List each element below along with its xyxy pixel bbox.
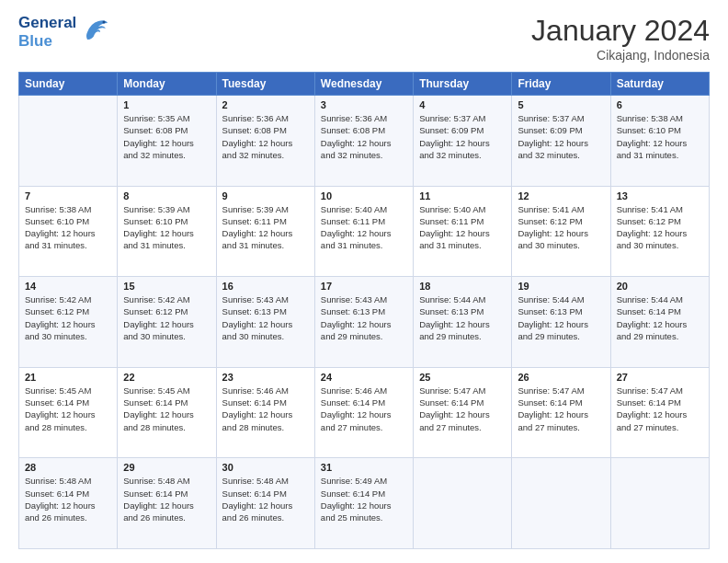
day-number: 28 (25, 462, 111, 473)
week-row-4: 21Sunrise: 5:45 AM Sunset: 6:14 PM Dayli… (19, 367, 710, 458)
calendar-cell: 31Sunrise: 5:49 AM Sunset: 6:14 PM Dayli… (314, 458, 413, 549)
day-number: 12 (518, 190, 604, 201)
day-number: 24 (321, 372, 407, 383)
day-info: Sunrise: 5:36 AM Sunset: 6:08 PM Dayligh… (222, 112, 309, 161)
day-number: 30 (222, 462, 309, 473)
month-title: January 2024 (531, 14, 710, 48)
day-number: 16 (222, 281, 309, 292)
calendar-cell: 11Sunrise: 5:40 AM Sunset: 6:11 PM Dayli… (414, 186, 512, 277)
day-number: 29 (123, 462, 210, 473)
day-number: 25 (419, 372, 506, 383)
day-info: Sunrise: 5:47 AM Sunset: 6:14 PM Dayligh… (617, 385, 703, 433)
day-info: Sunrise: 5:43 AM Sunset: 6:13 PM Dayligh… (222, 293, 309, 342)
day-info: Sunrise: 5:41 AM Sunset: 6:12 PM Dayligh… (518, 203, 604, 252)
calendar-cell (512, 458, 610, 549)
day-info: Sunrise: 5:41 AM Sunset: 6:12 PM Dayligh… (617, 203, 703, 252)
day-info: Sunrise: 5:37 AM Sunset: 6:09 PM Dayligh… (419, 112, 506, 161)
calendar-cell: 25Sunrise: 5:47 AM Sunset: 6:14 PM Dayli… (414, 367, 512, 458)
calendar-cell: 16Sunrise: 5:43 AM Sunset: 6:13 PM Dayli… (216, 277, 314, 368)
column-header-saturday: Saturday (610, 73, 709, 96)
calendar-cell: 9Sunrise: 5:39 AM Sunset: 6:11 PM Daylig… (216, 186, 314, 277)
day-info: Sunrise: 5:46 AM Sunset: 6:14 PM Dayligh… (222, 385, 309, 433)
day-number: 13 (617, 190, 703, 201)
svg-point-0 (103, 20, 106, 23)
day-info: Sunrise: 5:39 AM Sunset: 6:10 PM Dayligh… (123, 203, 210, 252)
day-number: 15 (123, 281, 210, 292)
title-block: January 2024 Cikajang, Indonesia (531, 14, 710, 63)
calendar-cell (19, 96, 118, 187)
week-row-5: 28Sunrise: 5:48 AM Sunset: 6:14 PM Dayli… (19, 458, 710, 549)
calendar-cell: 23Sunrise: 5:46 AM Sunset: 6:14 PM Dayli… (216, 367, 314, 458)
calendar-cell: 18Sunrise: 5:44 AM Sunset: 6:13 PM Dayli… (414, 277, 512, 368)
day-info: Sunrise: 5:40 AM Sunset: 6:11 PM Dayligh… (419, 203, 506, 252)
day-number: 5 (518, 99, 604, 110)
day-number: 14 (25, 281, 111, 292)
calendar-cell: 3Sunrise: 5:36 AM Sunset: 6:08 PM Daylig… (314, 96, 413, 187)
day-info: Sunrise: 5:46 AM Sunset: 6:14 PM Dayligh… (321, 385, 407, 433)
day-number: 17 (321, 281, 407, 292)
calendar-cell: 19Sunrise: 5:44 AM Sunset: 6:13 PM Dayli… (512, 277, 610, 368)
logo-general: General (18, 14, 76, 32)
logo: General Blue (18, 14, 109, 50)
day-number: 23 (222, 372, 309, 383)
day-info: Sunrise: 5:38 AM Sunset: 6:10 PM Dayligh… (25, 203, 111, 252)
column-header-thursday: Thursday (414, 73, 512, 96)
calendar-cell: 4Sunrise: 5:37 AM Sunset: 6:09 PM Daylig… (414, 96, 512, 187)
calendar-cell: 14Sunrise: 5:42 AM Sunset: 6:12 PM Dayli… (19, 277, 118, 368)
day-number: 2 (222, 99, 309, 110)
page: General Blue January 2024 Cikajang, Indo… (0, 0, 728, 563)
day-number: 7 (25, 190, 111, 201)
column-header-monday: Monday (118, 73, 216, 96)
day-number: 19 (518, 281, 604, 292)
calendar-cell: 20Sunrise: 5:44 AM Sunset: 6:14 PM Dayli… (610, 277, 709, 368)
logo-blue: Blue (18, 32, 76, 51)
location-subtitle: Cikajang, Indonesia (531, 48, 710, 63)
day-number: 31 (321, 462, 407, 473)
day-info: Sunrise: 5:36 AM Sunset: 6:08 PM Dayligh… (321, 112, 407, 161)
calendar-cell: 22Sunrise: 5:45 AM Sunset: 6:14 PM Dayli… (118, 367, 216, 458)
week-row-1: 1Sunrise: 5:35 AM Sunset: 6:08 PM Daylig… (19, 96, 710, 187)
calendar-cell: 27Sunrise: 5:47 AM Sunset: 6:14 PM Dayli… (610, 367, 709, 458)
column-header-sunday: Sunday (19, 73, 118, 96)
day-info: Sunrise: 5:44 AM Sunset: 6:13 PM Dayligh… (419, 293, 506, 342)
calendar-cell: 30Sunrise: 5:48 AM Sunset: 6:14 PM Dayli… (216, 458, 314, 549)
day-number: 20 (617, 281, 703, 292)
logo-bird-icon (80, 14, 109, 47)
day-number: 1 (123, 99, 210, 110)
column-header-friday: Friday (512, 73, 610, 96)
day-info: Sunrise: 5:39 AM Sunset: 6:11 PM Dayligh… (222, 203, 309, 252)
calendar-cell: 5Sunrise: 5:37 AM Sunset: 6:09 PM Daylig… (512, 96, 610, 187)
day-number: 11 (419, 190, 506, 201)
day-info: Sunrise: 5:42 AM Sunset: 6:12 PM Dayligh… (25, 293, 111, 342)
day-number: 22 (123, 372, 210, 383)
day-info: Sunrise: 5:48 AM Sunset: 6:14 PM Dayligh… (222, 475, 309, 523)
calendar-cell: 12Sunrise: 5:41 AM Sunset: 6:12 PM Dayli… (512, 186, 610, 277)
calendar-cell: 28Sunrise: 5:48 AM Sunset: 6:14 PM Dayli… (19, 458, 118, 549)
calendar-cell: 17Sunrise: 5:43 AM Sunset: 6:13 PM Dayli… (314, 277, 413, 368)
day-number: 26 (518, 372, 604, 383)
week-row-3: 14Sunrise: 5:42 AM Sunset: 6:12 PM Dayli… (19, 277, 710, 368)
day-number: 21 (25, 372, 111, 383)
day-info: Sunrise: 5:35 AM Sunset: 6:08 PM Dayligh… (123, 112, 210, 161)
day-info: Sunrise: 5:40 AM Sunset: 6:11 PM Dayligh… (321, 203, 407, 252)
day-info: Sunrise: 5:45 AM Sunset: 6:14 PM Dayligh… (123, 385, 210, 433)
day-number: 4 (419, 99, 506, 110)
calendar-cell: 13Sunrise: 5:41 AM Sunset: 6:12 PM Dayli… (610, 186, 709, 277)
calendar-table: SundayMondayTuesdayWednesdayThursdayFrid… (18, 72, 710, 549)
calendar-cell: 8Sunrise: 5:39 AM Sunset: 6:10 PM Daylig… (118, 186, 216, 277)
calendar-cell: 1Sunrise: 5:35 AM Sunset: 6:08 PM Daylig… (118, 96, 216, 187)
day-number: 27 (617, 372, 703, 383)
column-header-tuesday: Tuesday (216, 73, 314, 96)
day-number: 9 (222, 190, 309, 201)
day-info: Sunrise: 5:38 AM Sunset: 6:10 PM Dayligh… (617, 112, 703, 161)
day-info: Sunrise: 5:44 AM Sunset: 6:13 PM Dayligh… (518, 293, 604, 342)
calendar-cell: 29Sunrise: 5:48 AM Sunset: 6:14 PM Dayli… (118, 458, 216, 549)
calendar-cell: 15Sunrise: 5:42 AM Sunset: 6:12 PM Dayli… (118, 277, 216, 368)
day-number: 8 (123, 190, 210, 201)
day-info: Sunrise: 5:47 AM Sunset: 6:14 PM Dayligh… (518, 385, 604, 433)
day-info: Sunrise: 5:48 AM Sunset: 6:14 PM Dayligh… (123, 475, 210, 523)
day-info: Sunrise: 5:42 AM Sunset: 6:12 PM Dayligh… (123, 293, 210, 342)
day-info: Sunrise: 5:37 AM Sunset: 6:09 PM Dayligh… (518, 112, 604, 161)
calendar-cell (414, 458, 512, 549)
calendar-cell: 24Sunrise: 5:46 AM Sunset: 6:14 PM Dayli… (314, 367, 413, 458)
